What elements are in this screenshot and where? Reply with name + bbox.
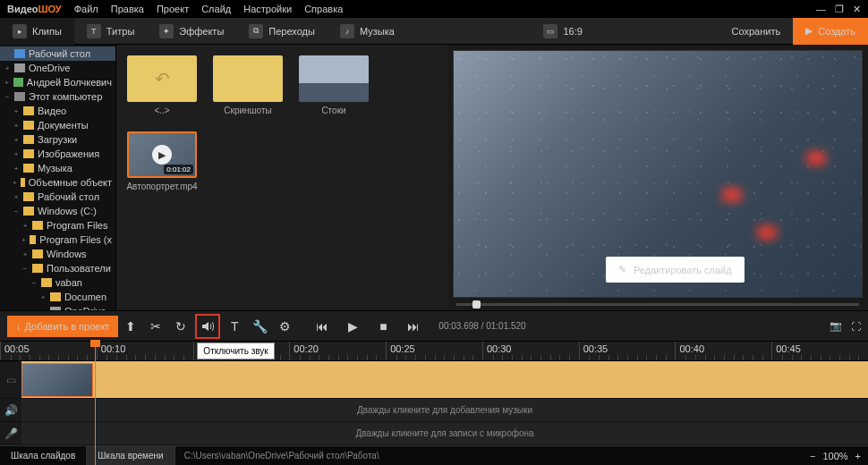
tab-time-scale[interactable]: Шкала времени bbox=[87, 446, 174, 466]
menu-project[interactable]: Проект bbox=[157, 4, 189, 14]
expand-icon[interactable]: + bbox=[4, 64, 11, 72]
folder-icon bbox=[23, 164, 34, 173]
menu-slide[interactable]: Слайд bbox=[201, 4, 231, 14]
expand-icon[interactable]: + bbox=[39, 293, 47, 301]
home-button[interactable]: ⬆ bbox=[118, 314, 143, 339]
thumbnail[interactable]: ▶0:01:02Автопортрет.mp4 bbox=[127, 131, 197, 191]
thumbnail[interactable]: Скриншоты bbox=[213, 55, 283, 115]
folder-icon bbox=[13, 78, 23, 87]
fullscreen-button[interactable]: ⛶ bbox=[851, 321, 861, 332]
window-min-icon[interactable]: — bbox=[816, 4, 826, 15]
tree-item[interactable]: +Изображения bbox=[0, 147, 115, 161]
tab-music[interactable]: ♪Музыка bbox=[328, 18, 407, 45]
preview-seekbar[interactable] bbox=[453, 298, 863, 310]
tree-item[interactable]: +Документы bbox=[0, 118, 115, 132]
tree-item[interactable]: +Рабочий стол bbox=[0, 190, 115, 204]
clips-icon: ▸ bbox=[13, 24, 27, 38]
tab-slide-scale[interactable]: Шкала слайдов bbox=[0, 446, 87, 466]
tree-item[interactable]: +OneDrive bbox=[0, 61, 115, 75]
tree-item[interactable]: +Музыка bbox=[0, 161, 115, 175]
mute-button[interactable]: Отключить звук bbox=[195, 314, 220, 339]
tree-label: Program Files (x bbox=[39, 234, 112, 245]
add-to-project-button[interactable]: ↓Добавить в проект bbox=[7, 316, 118, 337]
folder-icon bbox=[14, 49, 25, 58]
text-button[interactable]: T bbox=[222, 314, 247, 339]
expand-icon[interactable]: − bbox=[21, 265, 29, 273]
window-max-icon[interactable]: ❐ bbox=[835, 4, 844, 15]
expand-icon[interactable]: + bbox=[21, 236, 26, 244]
expand-icon[interactable]: + bbox=[21, 222, 29, 230]
expand-icon[interactable]: − bbox=[13, 207, 20, 216]
expand-icon[interactable]: − bbox=[4, 93, 11, 101]
timeline-clip[interactable] bbox=[21, 363, 93, 397]
tree-item[interactable]: Рабочий стол bbox=[0, 46, 115, 61]
preview-pane: ✎Редактировать слайд bbox=[447, 45, 868, 310]
expand-icon[interactable]: + bbox=[13, 122, 20, 130]
ruler-segment: 00:20 bbox=[289, 342, 386, 360]
expand-icon[interactable]: + bbox=[13, 179, 17, 187]
tree-item[interactable]: +Загрузки bbox=[0, 132, 115, 147]
next-button[interactable]: ⏭ bbox=[401, 314, 426, 339]
aspect-ratio[interactable]: ▭16:9 bbox=[531, 18, 594, 45]
cut-button[interactable]: ✂ bbox=[143, 314, 168, 339]
expand-icon[interactable]: + bbox=[21, 250, 29, 258]
expand-icon[interactable]: + bbox=[13, 107, 20, 115]
window-close-icon[interactable]: ✕ bbox=[853, 4, 861, 15]
menu-settings[interactable]: Настройки bbox=[243, 4, 292, 14]
menu-file[interactable]: Файл bbox=[74, 4, 98, 14]
tree-item[interactable]: +Windows bbox=[0, 247, 115, 261]
tree-item[interactable]: −vaban bbox=[0, 275, 115, 290]
zoom-in-button[interactable]: + bbox=[855, 451, 861, 461]
tab-clips[interactable]: ▸Клипы bbox=[0, 18, 74, 45]
zoom-level: 100% bbox=[822, 451, 847, 461]
expand-icon[interactable]: + bbox=[13, 136, 20, 144]
expand-icon[interactable]: − bbox=[30, 279, 38, 287]
create-button[interactable]: ▶Создать bbox=[793, 18, 868, 45]
tree-label: Этот компьютер bbox=[29, 91, 102, 102]
tools-button[interactable]: 🔧 bbox=[247, 314, 272, 339]
tree-item[interactable]: +Видео bbox=[0, 104, 115, 118]
thumbnail[interactable]: ↶<..> bbox=[127, 55, 197, 115]
tab-effects[interactable]: ✦Эффекты bbox=[147, 18, 236, 45]
effects-icon: ✦ bbox=[159, 24, 174, 38]
rotate-button[interactable]: ↻ bbox=[168, 314, 193, 339]
video-track[interactable]: ▭ bbox=[0, 361, 868, 399]
expand-icon[interactable]: + bbox=[13, 165, 20, 173]
zoom-out-button[interactable]: − bbox=[810, 451, 815, 461]
tree-item[interactable]: −Этот компьютер bbox=[0, 89, 115, 104]
save-button[interactable]: Сохранить bbox=[719, 18, 794, 45]
audio-track[interactable]: 🔊 Дважды кликните для добавления музыки bbox=[0, 399, 868, 422]
expand-icon[interactable]: + bbox=[4, 79, 10, 87]
stop-button[interactable]: ■ bbox=[370, 314, 396, 339]
play-button[interactable]: ▶ bbox=[340, 314, 365, 339]
expand-icon[interactable]: + bbox=[13, 150, 20, 158]
preview-video[interactable]: ✎Редактировать слайд bbox=[453, 50, 863, 298]
tree-item[interactable]: +Program Files (x bbox=[0, 232, 115, 247]
tab-transitions[interactable]: ⧉Переходы bbox=[236, 18, 328, 45]
tree-item[interactable]: +Объемные объект bbox=[0, 175, 115, 190]
prev-button[interactable]: ⏮ bbox=[310, 314, 335, 339]
snapshot-button[interactable]: 📷 bbox=[830, 320, 842, 332]
timeline: 00:0500:1000:1500:2000:2500:3000:3500:40… bbox=[0, 341, 868, 445]
mic-track[interactable]: 🎤 Дважды кликните для записи с микрофона bbox=[0, 422, 868, 445]
seek-thumb[interactable] bbox=[472, 300, 481, 309]
tree-item[interactable]: +Андрей Волчкевич bbox=[0, 75, 115, 89]
mic-hint: Дважды кликните для записи с микрофона bbox=[21, 428, 868, 438]
settings-button[interactable]: ⚙ bbox=[272, 314, 297, 339]
tree-item[interactable]: −Windows (C:) bbox=[0, 204, 115, 218]
aspect-icon: ▭ bbox=[543, 24, 557, 38]
edit-slide-button[interactable]: ✎Редактировать слайд bbox=[606, 257, 745, 283]
tree-label: OneDrive bbox=[29, 63, 70, 73]
time-ruler[interactable]: 00:0500:1000:1500:2000:2500:3000:3500:40… bbox=[0, 342, 868, 361]
expand-icon[interactable]: + bbox=[13, 193, 20, 201]
playhead[interactable] bbox=[95, 342, 96, 465]
tree-item[interactable]: +Documen bbox=[0, 290, 115, 304]
thumbnail[interactable]: Стоки bbox=[299, 55, 369, 115]
tab-titles[interactable]: TТитры bbox=[74, 18, 147, 45]
tree-item[interactable]: +Program Files bbox=[0, 218, 115, 232]
tree-item[interactable]: −OneDrive bbox=[0, 304, 115, 310]
folder-icon bbox=[32, 221, 43, 230]
menu-edit[interactable]: Правка bbox=[111, 4, 144, 14]
menu-help[interactable]: Справка bbox=[304, 4, 343, 14]
tree-item[interactable]: −Пользователи bbox=[0, 261, 115, 275]
